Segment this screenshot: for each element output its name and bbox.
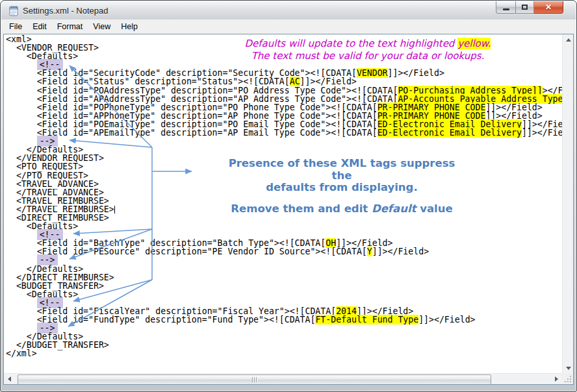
horizontal-scroll-thumb[interactable] [18, 374, 491, 385]
code-text: ]]></Field> [418, 315, 475, 325]
magenta-highlighted-word: yellow. [457, 38, 491, 49]
code-line: --> [6, 137, 562, 145]
code-line: <Field id="PESource" description="PE Ven… [6, 247, 562, 256]
scroll-down-button[interactable] [563, 363, 574, 373]
notepad-window: Settings.xml - Notepad ✕ File Edit Forma… [0, 0, 577, 392]
blue-annotation-line1: Presence of these XML tags suppress the [218, 158, 465, 182]
vertical-scrollbar[interactable] [562, 34, 573, 373]
highlighted-value: ED-Electronic Email Delivery [378, 128, 522, 138]
code-line: <BUDGET_TRANSFER> [6, 282, 562, 290]
menu-bar: File Edit Format View Help [3, 19, 574, 34]
arrow-down-icon [566, 367, 571, 370]
code-text: <Field id="APEmailType" description="AP … [6, 128, 378, 138]
title-bar[interactable]: Settings.xml - Notepad ✕ [1, 1, 576, 19]
arrow-right-icon [555, 376, 558, 382]
menu-help[interactable]: Help [116, 20, 143, 33]
window-controls: ✕ [496, 1, 563, 14]
window-title: Settings.xml - Notepad [23, 6, 109, 16]
blue-text: Remove them and edit [231, 202, 372, 215]
highlighted-value: VENDOR [357, 68, 388, 78]
magenta-text: Defaults will update to the text highlig… [245, 38, 458, 49]
maximize-icon [522, 5, 528, 10]
code-line: </BUDGET_TRANSFER> [6, 341, 562, 349]
menu-edit[interactable]: Edit [27, 20, 52, 33]
menu-file[interactable]: File [4, 20, 27, 33]
arrow-left-icon [8, 376, 11, 382]
notepad-icon [8, 5, 19, 16]
code-text: ]]></Field> [388, 68, 444, 78]
blue-annotation-line3: Remove them and edit Default value [218, 203, 465, 215]
thumb-grip [254, 377, 255, 382]
code-line: --> [6, 256, 562, 264]
arrow-up-icon [566, 38, 571, 42]
code-text: ]]></Field> [522, 128, 562, 138]
code-text: </xml> [6, 349, 37, 358]
highlighted-value: Y [367, 247, 372, 256]
magenta-annotation-line2: The text must be valid for your data or … [215, 50, 520, 62]
code-line: <Field id="FundType" description="Fund T… [6, 315, 562, 324]
blue-italic-word: Default [372, 202, 417, 215]
magenta-annotation-line1: Defaults will update to the text highlig… [215, 38, 520, 50]
menu-format[interactable]: Format [52, 20, 88, 33]
code-line: <Defaults> [6, 222, 562, 230]
close-button[interactable]: ✕ [534, 1, 563, 14]
code-text: <Field id="PESource" description="PE Ven… [6, 247, 367, 256]
scroll-up-button[interactable] [563, 34, 574, 45]
resize-grip-icon [564, 375, 572, 383]
minimize-button[interactable] [496, 1, 515, 14]
menu-view[interactable]: View [88, 20, 116, 33]
code-line: <Field id="APEmailType" description="AP … [6, 129, 562, 137]
resize-grip[interactable] [562, 373, 573, 384]
scroll-left-button[interactable] [4, 374, 15, 384]
thumb-grip [256, 377, 257, 382]
highlighted-value: FT-Default Fund Type [315, 315, 418, 325]
maximize-button[interactable] [515, 1, 534, 14]
horizontal-scrollbar[interactable] [4, 373, 562, 384]
code-line: <Defaults> [6, 290, 562, 299]
scroll-right-button[interactable] [551, 374, 562, 384]
code-line: --> [6, 324, 562, 332]
code-line: </xml> [6, 349, 562, 358]
blue-text: value [416, 202, 452, 215]
code-text: ]]></Field> [372, 247, 429, 256]
minimize-icon [503, 8, 509, 10]
magenta-annotation: Defaults will update to the text highlig… [215, 38, 520, 62]
blue-annotation-line2: defaults from displaying. [218, 182, 465, 194]
text-cursor [114, 206, 115, 214]
close-icon: ✕ [545, 3, 552, 11]
blue-annotation: Presence of these XML tags suppress the … [218, 158, 465, 215]
thumb-grip [252, 377, 253, 382]
